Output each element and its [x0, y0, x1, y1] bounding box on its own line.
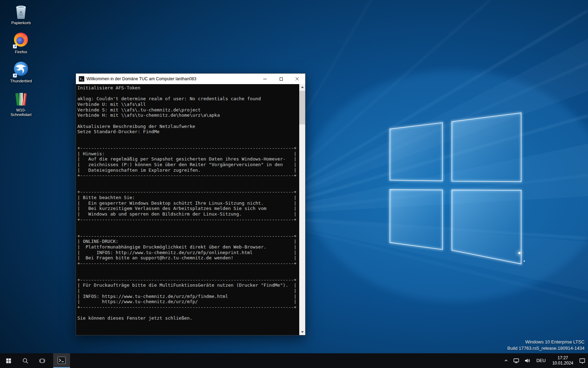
console-line: | https://www.tu-chemnitz.de/urz/mfp/| [77, 299, 299, 305]
desktop-icon-thunderbird[interactable]: Thunderbird [6, 61, 36, 83]
watermark-build: Build 17763.rs5_release.180914-1434 [507, 345, 584, 352]
console-line: aklog: Couldn't determine realm of user:… [77, 96, 299, 102]
console-line: | INFOS: http://www.tu-chemnitz.de/urz/m… [77, 250, 299, 255]
thunderbird-icon [13, 61, 29, 78]
action-center-button[interactable] [576, 353, 588, 368]
search-icon [22, 357, 29, 364]
console-line: | ONLINE-DRUCK:| [77, 239, 299, 244]
console-window-titlebar[interactable]: Willkommen in der Domäne TUC am Computer… [76, 74, 305, 84]
desktop-icon-papierkorb[interactable]: Papierkorb [6, 3, 36, 25]
console-line [77, 91, 299, 96]
console-line [77, 140, 299, 146]
maximize-icon [280, 77, 283, 81]
cmd-window-icon [79, 76, 84, 82]
console-scrollbar[interactable] [299, 84, 305, 335]
console-line [77, 310, 299, 316]
console-line: +---------------------------------------… [77, 173, 299, 178]
console-line [77, 178, 299, 184]
scrollbar-thumb[interactable] [299, 91, 305, 124]
language-indicator[interactable]: DEU [533, 353, 549, 368]
close-icon [295, 77, 299, 81]
volume-button[interactable] [522, 353, 533, 368]
console-line: | Bei kurzzeitigem Verlassen des Arbeits… [77, 206, 299, 211]
console-line: Verbinde U: mit \\afs\all [77, 102, 299, 107]
desktop-icon-label: Firefox [15, 50, 27, 54]
console-line [77, 135, 299, 140]
scroll-down-button[interactable] [299, 329, 305, 335]
watermark-edition: Windows 10 Enterprise LTSC [507, 339, 584, 345]
console-line: Verbinde H: mit \\afs\tu-chemnitz.de\hom… [77, 113, 299, 118]
console-line [77, 266, 299, 272]
scroll-up-button[interactable] [299, 84, 305, 90]
console-line: Sie können dieses Fenster jetzt schließe… [77, 315, 299, 321]
firefox-icon [13, 32, 29, 49]
maximize-button[interactable] [273, 74, 289, 84]
console-line: Setze Standard-Drucker: FindMe [77, 129, 299, 135]
task-view-button[interactable] [34, 353, 50, 368]
cmd-taskbar-icon [57, 356, 66, 364]
console-line: | INFOS: https://www.tu-chemnitz.de/urz/… [77, 294, 299, 299]
task-view-icon [39, 357, 46, 364]
console-line: Verbinde S: mit \\afs\.tu-chemnitz.de\pr… [77, 107, 299, 113]
desktop-icon-firefox[interactable]: Firefox [6, 32, 36, 54]
clock-time: 17:27 [558, 355, 568, 361]
console-line [77, 272, 299, 277]
console-line: | Plattformunabhängige Druckmöglichkeit … [77, 244, 299, 250]
w10-schnellstart-icon [13, 90, 29, 107]
console-line: | Auf die regelmäßig per Snapshot gesich… [77, 156, 299, 162]
search-button[interactable] [17, 353, 34, 368]
console-line: Aktualisiere Beschreibung der Netzlaufwe… [77, 124, 299, 129]
desktop-icon-w10-schnellstart[interactable]: W10-Schnellstart [6, 90, 36, 117]
network-button[interactable] [511, 353, 522, 368]
taskbar: DEU 17:27 10.01.2024 [0, 353, 588, 368]
window-title: Willkommen in der Domäne TUC am Computer… [86, 76, 257, 81]
caption-buttons [257, 74, 305, 84]
console-output[interactable]: Initialisiere AFS-Tokenaklog: Couldn't d… [76, 84, 299, 335]
build-watermark: Windows 10 Enterprise LTSC Build 17763.r… [507, 339, 584, 351]
console-line: | Bei Fragen bitte an support@hrz.tu-che… [77, 255, 299, 261]
console-line [77, 222, 299, 228]
clock-date: 10.01.2024 [552, 361, 573, 366]
taskbar-app-console[interactable] [53, 353, 70, 368]
desktop-icon-label: W10-Schnellstart [6, 108, 36, 117]
hidden-icons-button[interactable] [502, 353, 511, 368]
taskbar-clock[interactable]: 17:27 10.01.2024 [549, 353, 576, 368]
console-line: | Für Druckaufträge bitte die MultiFunkt… [77, 282, 299, 288]
console-line: Initialisiere AFS-Token [77, 85, 299, 91]
console-window: Willkommen in der Domäne TUC am Computer… [76, 73, 306, 335]
console-line: +---------------------------------------… [77, 189, 299, 195]
console-line: || [77, 288, 299, 294]
desktop-icon-label: Papierkorb [11, 21, 31, 25]
network-icon [513, 357, 519, 364]
console-line: | Ein gesperrter Windows Desktop schützt… [77, 200, 299, 206]
taskbar-spacer [70, 353, 502, 368]
minimize-button[interactable] [257, 74, 273, 84]
desktop[interactable]: Papierkorb [0, 0, 588, 368]
system-tray: DEU 17:27 10.01.2024 [502, 353, 588, 368]
speaker-icon [524, 357, 531, 364]
scroll-down-icon [301, 331, 304, 333]
console-line: +---------------------------------------… [77, 233, 299, 239]
console-line: +---------------------------------------… [77, 217, 299, 223]
console-line [77, 184, 299, 190]
console-line: +---------------------------------------… [77, 145, 299, 151]
console-line [77, 118, 299, 124]
console-line: | Windows ab und sperren den Bildschirm … [77, 211, 299, 217]
desktop-icon-label: Thunderbird [10, 79, 32, 83]
notification-icon [579, 357, 586, 364]
console-body: Initialisiere AFS-Tokenaklog: Couldn't d… [76, 84, 305, 335]
console-line: +---------------------------------------… [77, 277, 299, 283]
console-line: | Hinweis:| [77, 151, 299, 157]
console-line: | Dateieigenschaften im Explorer zugreif… [77, 168, 299, 173]
console-line: | zeichnisses (P:) können Sie über den R… [77, 162, 299, 168]
chevron-up-icon [504, 359, 508, 363]
windows-start-icon [6, 358, 12, 364]
recycle-bin-icon [13, 3, 29, 20]
close-button[interactable] [289, 74, 305, 84]
console-line: +---------------------------------------… [77, 261, 299, 266]
desktop-icon-column: Papierkorb [6, 3, 36, 117]
console-line: +---------------------------------------… [77, 305, 299, 310]
start-button[interactable] [0, 353, 17, 368]
scrollbar-track[interactable] [299, 90, 305, 329]
console-line [77, 228, 299, 233]
